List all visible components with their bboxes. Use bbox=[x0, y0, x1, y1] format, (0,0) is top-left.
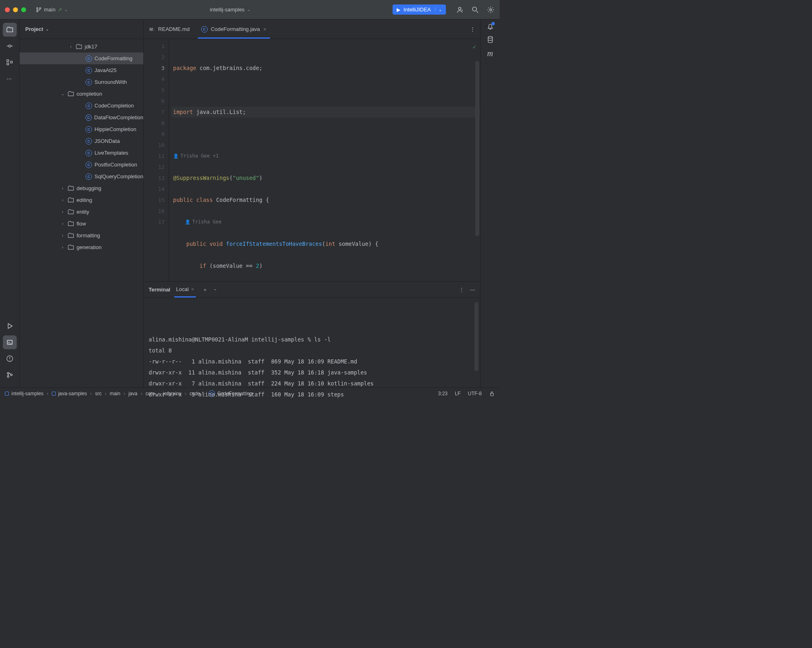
class-icon: C bbox=[86, 138, 92, 144]
terminal-session-tab[interactable]: Local × bbox=[176, 286, 194, 293]
class-icon: C bbox=[86, 126, 92, 133]
maximize-window-button[interactable] bbox=[21, 7, 26, 12]
search-icon[interactable] bbox=[471, 6, 479, 14]
svg-point-2 bbox=[40, 7, 41, 9]
minimize-panel-button[interactable]: — bbox=[470, 287, 475, 293]
svg-point-15 bbox=[488, 36, 492, 38]
project-title-widget[interactable]: intellij-samples ⌄ bbox=[72, 7, 388, 13]
svg-rect-10 bbox=[7, 340, 12, 344]
tree-item[interactable]: ›CPostfixCompletion bbox=[20, 159, 143, 171]
tree-item-label: generation bbox=[77, 244, 101, 250]
tree-item[interactable]: ⌄completion bbox=[20, 88, 143, 100]
tree-item[interactable]: ›CSqlQueryCompletion bbox=[20, 171, 143, 182]
problems-tool-button[interactable] bbox=[3, 352, 17, 366]
code-area[interactable]: ✓ package com.jetbrains.code; import jav… bbox=[169, 39, 480, 281]
breadcrumb-item[interactable]: main bbox=[110, 391, 120, 396]
terminal-tool-button[interactable] bbox=[3, 335, 17, 349]
svg-point-3 bbox=[459, 7, 461, 10]
markdown-icon: M↓ bbox=[149, 26, 155, 32]
tree-item-label: HippieCompletion bbox=[94, 126, 136, 132]
tree-item[interactable]: ›CSurroundWith bbox=[20, 76, 143, 88]
vcs-branch-widget[interactable]: main ↗ ⌄ bbox=[36, 7, 68, 13]
class-icon: C bbox=[201, 26, 208, 33]
code-with-me-icon[interactable] bbox=[456, 6, 464, 14]
chevron-icon[interactable]: › bbox=[60, 245, 65, 250]
tree-item[interactable]: ›CLiveTemplates bbox=[20, 147, 143, 159]
terminal-title[interactable]: Terminal bbox=[149, 287, 170, 293]
chevron-down-icon[interactable]: ⌄ bbox=[435, 7, 442, 12]
structure-tool-button[interactable] bbox=[3, 55, 17, 69]
terminal-scrollbar[interactable] bbox=[474, 302, 478, 371]
maven-tool-button[interactable]: m bbox=[487, 49, 493, 58]
tabs-more-button[interactable]: ⋮ bbox=[465, 20, 480, 39]
tree-item[interactable]: ›debugging bbox=[20, 182, 143, 194]
svg-point-5 bbox=[490, 9, 492, 11]
chevron-down-icon: ⌄ bbox=[247, 7, 250, 12]
project-tree[interactable]: ›jdk17›CCodeFormatting›CJavaAt25›CSurrou… bbox=[20, 39, 143, 387]
close-tab-icon[interactable]: × bbox=[263, 26, 266, 33]
terminal-output[interactable]: alina.mishina@NLTMP0021-AlinaM intellij-… bbox=[144, 298, 480, 387]
git-tool-button[interactable] bbox=[3, 368, 17, 382]
chevron-icon[interactable]: › bbox=[60, 233, 65, 238]
chevron-icon[interactable]: › bbox=[60, 198, 65, 202]
breadcrumb-item[interactable]: java-samples bbox=[52, 391, 87, 396]
class-icon: C bbox=[86, 114, 92, 121]
database-tool-button[interactable] bbox=[487, 36, 494, 43]
notifications-button[interactable] bbox=[487, 23, 494, 30]
inspection-ok-icon[interactable]: ✓ bbox=[473, 42, 476, 53]
run-config-button[interactable]: ▶ IntelliJIDEA ⌄ bbox=[393, 4, 446, 15]
close-window-button[interactable] bbox=[5, 7, 10, 12]
tree-item[interactable]: ›CCodeFormatting bbox=[20, 53, 143, 64]
breadcrumb-item[interactable]: java bbox=[128, 391, 137, 396]
svg-rect-9 bbox=[10, 61, 12, 63]
chevron-icon[interactable]: ⌄ bbox=[60, 92, 65, 96]
editor-tabs: M↓README.mdCCodeFormatting.java× ⋮ bbox=[144, 20, 480, 39]
project-name: intellij-samples bbox=[210, 7, 244, 13]
editor-tab[interactable]: CCodeFormatting.java× bbox=[195, 20, 272, 39]
tree-item[interactable]: ›jdk17 bbox=[20, 41, 143, 53]
chevron-icon[interactable]: › bbox=[60, 186, 65, 190]
svg-point-6 bbox=[9, 45, 11, 47]
project-view-header[interactable]: Project ⌄ bbox=[20, 20, 143, 39]
tree-item[interactable]: ›flow bbox=[20, 218, 143, 230]
class-icon: C bbox=[86, 79, 92, 85]
tree-item-label: debugging bbox=[77, 185, 101, 191]
gear-icon[interactable] bbox=[487, 6, 495, 14]
chevron-icon[interactable]: › bbox=[68, 44, 73, 49]
tree-item[interactable]: ›CDataFlowCompletion bbox=[20, 112, 143, 123]
svg-point-1 bbox=[37, 10, 38, 12]
breadcrumb-item[interactable]: src bbox=[95, 391, 101, 396]
minimize-window-button[interactable] bbox=[13, 7, 18, 12]
svg-point-0 bbox=[37, 7, 38, 9]
chevron-down-icon[interactable]: ⌄ bbox=[213, 286, 217, 293]
chevron-icon[interactable]: › bbox=[60, 221, 65, 226]
breadcrumb-item[interactable]: intellij-samples bbox=[5, 391, 44, 396]
tree-item[interactable]: ›editing bbox=[20, 194, 143, 206]
folder-icon bbox=[68, 244, 74, 251]
terminal-more-button[interactable]: ⋮ bbox=[459, 287, 464, 293]
play-icon: ▶ bbox=[397, 7, 400, 13]
editor[interactable]: 1234567891011121314151617 ✓ package com.… bbox=[144, 39, 480, 281]
tree-item[interactable]: ›formatting bbox=[20, 230, 143, 241]
tree-item[interactable]: ›CCodeCompletion bbox=[20, 100, 143, 112]
close-icon[interactable]: × bbox=[191, 286, 194, 292]
readonly-toggle-icon[interactable] bbox=[489, 391, 495, 396]
terminal-line: drwxr-xr-x 11 alina.mishina staff 352 Ma… bbox=[149, 367, 475, 378]
editor-tab[interactable]: M↓README.md bbox=[144, 20, 195, 39]
tree-item-label: DataFlowCompletion bbox=[94, 114, 143, 120]
commit-tool-button[interactable] bbox=[3, 39, 17, 53]
tree-item[interactable]: ›entity bbox=[20, 206, 143, 218]
editor-scrollbar[interactable] bbox=[475, 61, 479, 236]
chevron-icon[interactable]: › bbox=[60, 210, 65, 214]
breadcrumb-separator-icon: › bbox=[140, 391, 142, 396]
terminal-line: drwxr-xr-x 5 alina.mishina staff 160 May… bbox=[149, 389, 475, 399]
folder-icon bbox=[68, 221, 74, 227]
new-session-button[interactable]: ＋ bbox=[202, 286, 208, 293]
tree-item[interactable]: ›CJSONData bbox=[20, 135, 143, 147]
run-tool-button[interactable] bbox=[3, 319, 17, 333]
tree-item[interactable]: ›CJavaAt25 bbox=[20, 64, 143, 76]
tree-item[interactable]: ›CHippieCompletion bbox=[20, 123, 143, 135]
project-tool-button[interactable] bbox=[3, 23, 17, 37]
tree-item[interactable]: ›generation bbox=[20, 241, 143, 253]
more-tool-button[interactable]: ⋯ bbox=[3, 72, 17, 85]
